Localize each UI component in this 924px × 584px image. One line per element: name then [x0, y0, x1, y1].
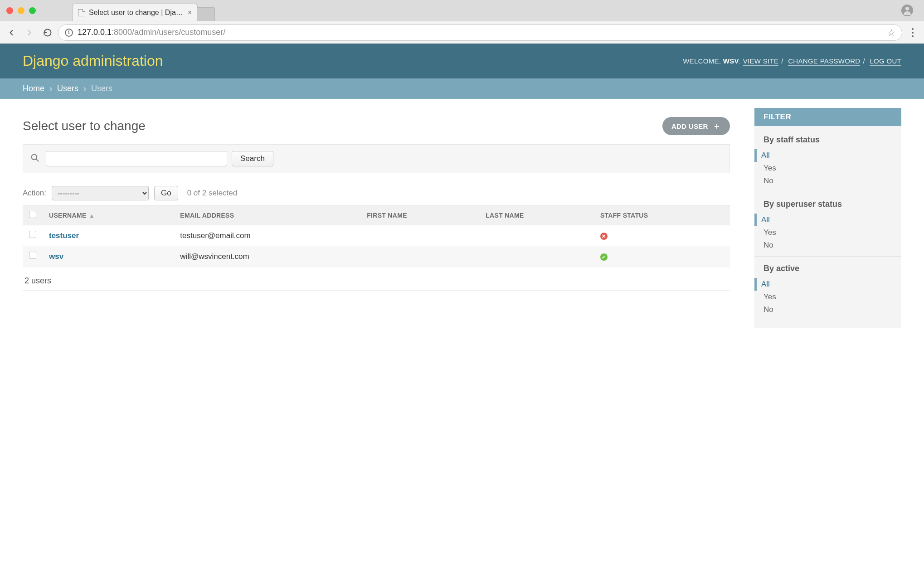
filter-option[interactable]: Yes: [764, 226, 892, 239]
table-row: testusertestuser@email.com✕: [23, 225, 730, 246]
filter-group-label: By superuser status: [764, 200, 892, 209]
add-user-button[interactable]: ADD USER ＋: [662, 117, 730, 135]
page-icon: [78, 9, 85, 16]
add-user-label: ADD USER: [671, 122, 708, 130]
no-icon: ✕: [600, 233, 608, 240]
actions-row: Action: --------- Go 0 of 2 selected: [23, 186, 730, 200]
breadcrumb-home[interactable]: Home: [23, 84, 44, 93]
url-text: 127.0.0.1:8000/admin/users/customuser/: [78, 28, 225, 37]
breadcrumb-app[interactable]: Users: [57, 84, 78, 93]
filter-group: By activeAllYesNo: [754, 257, 901, 321]
row-checkbox[interactable]: [29, 252, 36, 259]
forward-button[interactable]: [22, 25, 37, 40]
branding: Django administration: [23, 53, 163, 69]
chevron-right-icon: ›: [49, 84, 52, 93]
address-bar[interactable]: i 127.0.0.1:8000/admin/users/customuser/…: [58, 24, 902, 41]
col-username[interactable]: USERNAME▲: [43, 205, 174, 225]
col-staff-status[interactable]: STAFF STATUS: [594, 205, 730, 225]
tab-title: Select user to change | Django: [89, 9, 184, 17]
chrome-menu-icon[interactable]: [905, 28, 920, 37]
col-last-name[interactable]: LAST NAME: [479, 205, 594, 225]
search-button[interactable]: Search: [232, 151, 273, 166]
cell-first-name: [360, 246, 479, 267]
filter-group: By superuser statusAllYesNo: [754, 192, 901, 257]
row-checkbox[interactable]: [29, 231, 36, 238]
plus-icon: ＋: [713, 121, 721, 131]
cell-last-name: [479, 225, 594, 246]
sort-asc-icon: ▲: [89, 213, 95, 219]
selection-counter: 0 of 2 selected: [187, 189, 238, 198]
filter-option[interactable]: Yes: [764, 162, 892, 175]
tab-bar: Select user to change | Django ×: [0, 0, 924, 21]
close-window-button[interactable]: [6, 7, 13, 14]
filter-sidebar: FILTER By staff statusAllYesNoBy superus…: [754, 108, 901, 328]
filter-option[interactable]: Yes: [764, 291, 892, 303]
close-tab-icon[interactable]: ×: [188, 9, 192, 17]
action-label: Action:: [23, 189, 46, 198]
action-select[interactable]: ---------: [52, 186, 149, 200]
admin-header: Django administration WELCOME, WSV. VIEW…: [0, 44, 924, 78]
browser-chrome: Select user to change | Django × i 127.0…: [0, 0, 924, 44]
filter-group: By staff statusAllYesNo: [754, 128, 901, 192]
filter-option[interactable]: No: [764, 303, 892, 316]
cell-email: testuser@email.com: [174, 225, 360, 246]
filter-group-label: By staff status: [764, 135, 892, 145]
page-title: Select user to change: [23, 119, 146, 133]
cell-email: will@wsvincent.com: [174, 246, 360, 267]
svg-line-1: [36, 159, 39, 161]
reload-button[interactable]: [40, 25, 55, 40]
results-table: USERNAME▲ EMAIL ADDRESS FIRST NAME LAST …: [23, 205, 730, 267]
col-email[interactable]: EMAIL ADDRESS: [174, 205, 360, 225]
cell-last-name: [479, 246, 594, 267]
change-password-link[interactable]: CHANGE PASSWORD: [788, 57, 860, 66]
bookmark-icon[interactable]: ☆: [887, 27, 895, 38]
breadcrumb: Home › Users › Users: [0, 78, 924, 99]
breadcrumb-current: Users: [91, 84, 112, 93]
paginator: 2 users: [23, 267, 730, 291]
user-links: WELCOME, WSV. VIEW SITE/ CHANGE PASSWORD…: [683, 57, 901, 65]
cell-staff-status: ✕: [594, 225, 730, 246]
filter-option[interactable]: All: [754, 214, 892, 226]
new-tab-button[interactable]: [197, 7, 215, 21]
cell-staff-status: ✓: [594, 246, 730, 267]
filter-option[interactable]: No: [764, 239, 892, 252]
filter-title: FILTER: [754, 108, 901, 126]
cell-first-name: [360, 225, 479, 246]
browser-tab[interactable]: Select user to change | Django ×: [72, 4, 198, 21]
current-user: WSV: [723, 57, 739, 65]
filter-group-label: By active: [764, 264, 892, 273]
logout-link[interactable]: LOG OUT: [870, 57, 901, 66]
site-info-icon[interactable]: i: [65, 29, 73, 37]
chevron-right-icon: ›: [83, 84, 86, 93]
table-row: wsvwill@wsvincent.com✓: [23, 246, 730, 267]
view-site-link[interactable]: VIEW SITE: [743, 57, 779, 66]
window-controls: [6, 7, 36, 14]
back-button[interactable]: [4, 25, 19, 40]
browser-toolbar: i 127.0.0.1:8000/admin/users/customuser/…: [0, 21, 924, 44]
username-link[interactable]: testuser: [49, 231, 79, 240]
maximize-window-button[interactable]: [29, 7, 36, 14]
yes-icon: ✓: [600, 253, 608, 261]
username-link[interactable]: wsv: [49, 252, 63, 261]
filter-option[interactable]: All: [754, 149, 892, 162]
filter-option[interactable]: All: [754, 278, 892, 291]
select-all-checkbox[interactable]: [29, 211, 36, 218]
welcome-text: WELCOME,: [683, 57, 723, 65]
minimize-window-button[interactable]: [18, 7, 24, 14]
search-icon: [30, 153, 39, 165]
filter-option[interactable]: No: [764, 175, 892, 187]
col-first-name[interactable]: FIRST NAME: [360, 205, 479, 225]
profile-icon[interactable]: [901, 5, 913, 16]
search-input[interactable]: [46, 151, 227, 166]
search-toolbar: Search: [23, 144, 730, 173]
go-button[interactable]: Go: [154, 186, 178, 200]
